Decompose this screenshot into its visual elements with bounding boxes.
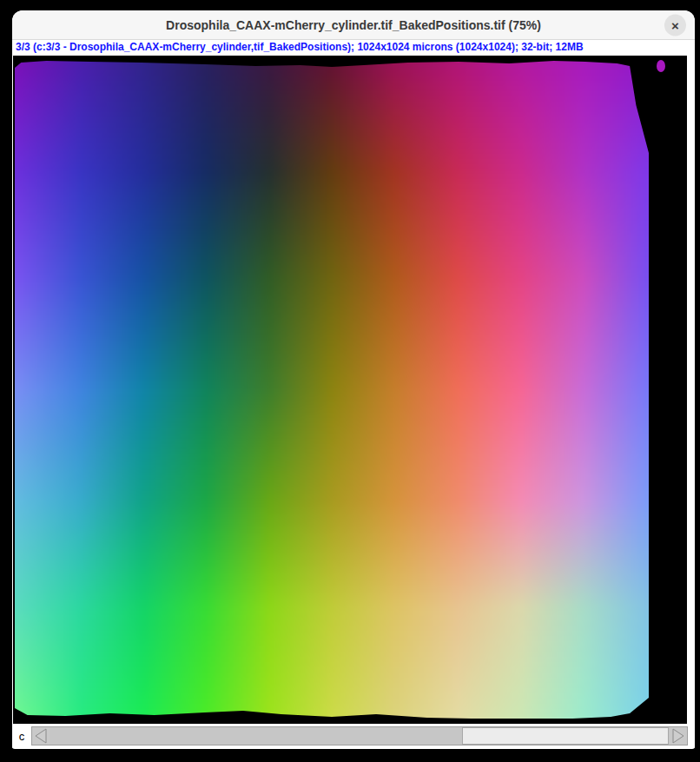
channel-scrollbar[interactable] (31, 726, 688, 745)
triangle-right-icon (671, 728, 685, 744)
image-canvas[interactable] (13, 56, 687, 724)
window-title: Drosophila_CAAX-mCherry_cylinder.tif_Bak… (166, 18, 541, 32)
channel-slider-label: c (17, 730, 27, 743)
close-icon: × (671, 18, 679, 31)
slider-bar: c (12, 724, 695, 748)
close-button[interactable]: × (664, 14, 686, 36)
scrollbar-left-arrow-button[interactable] (32, 727, 50, 745)
imagej-image-window: Drosophila_CAAX-mCherry_cylinder.tif_Bak… (12, 10, 695, 749)
title-bar[interactable]: Drosophila_CAAX-mCherry_cylinder.tif_Bak… (12, 10, 695, 40)
canvas-area (12, 56, 695, 724)
scrollbar-right-arrow-button[interactable] (670, 727, 687, 745)
triangle-left-icon (34, 728, 48, 744)
scrollbar-track[interactable] (50, 727, 670, 745)
image-info-text: 3/3 (c:3/3 - Drosophila_CAAX-mCherry_cyl… (16, 41, 584, 53)
scrollbar-thumb[interactable] (462, 727, 669, 745)
image-info-bar: 3/3 (c:3/3 - Drosophila_CAAX-mCherry_cyl… (12, 40, 695, 56)
